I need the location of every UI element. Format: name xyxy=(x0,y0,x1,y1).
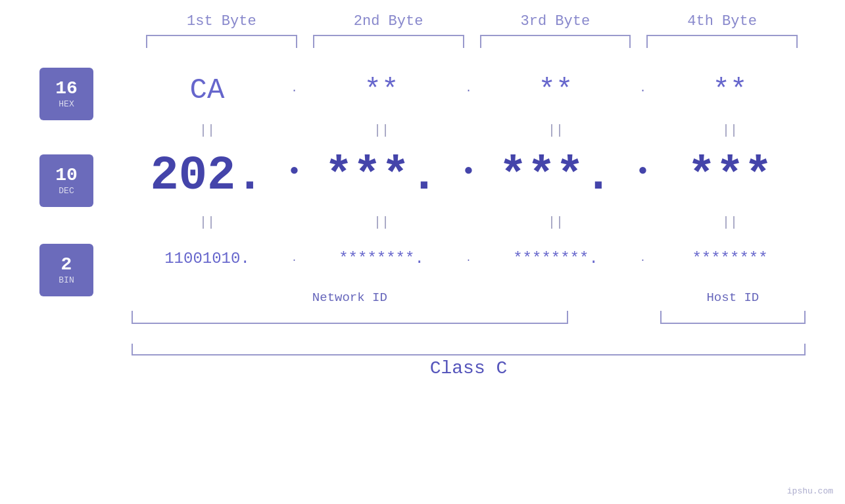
top-bracket-1 xyxy=(146,35,297,48)
bin-value-2: ********. xyxy=(339,250,424,267)
eq2-1: || xyxy=(132,215,283,230)
top-bracket-2 xyxy=(313,35,464,48)
host-bracket-wrap: Host ID xyxy=(660,288,806,324)
byte1-header: 1st Byte xyxy=(138,13,305,30)
hex-dot-3: . xyxy=(631,83,654,97)
bin-value-4: ******** xyxy=(692,250,767,267)
eq2-2: || xyxy=(306,215,457,230)
network-bracket-line xyxy=(132,311,568,324)
bracket-spacer xyxy=(568,288,660,324)
equals-row-1: || || || || xyxy=(132,120,806,140)
hex-value-1: CA xyxy=(190,74,225,106)
bin-dot-3: . xyxy=(631,253,654,263)
bin-dot-2: . xyxy=(457,253,480,263)
bin-cell-3: ********. xyxy=(480,250,631,267)
eq1-3: || xyxy=(480,123,631,138)
hex-cell-4: ** xyxy=(654,74,806,106)
badges-column: 16 HEX 10 DEC 2 BIN xyxy=(39,60,132,296)
host-bracket-line xyxy=(660,311,806,324)
class-label: Class C xyxy=(132,355,806,378)
bin-badge-label: BIN xyxy=(59,275,74,285)
bin-row: 11001010. . ********. . ********. . ****… xyxy=(132,232,806,285)
main-container: 1st Byte 2nd Byte 3rd Byte 4th Byte 16 H… xyxy=(0,0,845,504)
hex-cell-3: ** xyxy=(480,74,631,106)
hex-row: CA . ** . ** . ** xyxy=(132,60,806,120)
eq1-1: || xyxy=(132,123,283,138)
eq1-2: || xyxy=(306,123,457,138)
dec-cell-4: *** xyxy=(654,149,806,203)
bin-cell-2: ********. xyxy=(306,250,457,267)
bin-badge: 2 BIN xyxy=(39,244,93,296)
hex-badge: 16 HEX xyxy=(39,68,93,120)
bin-cell-1: 11001010. xyxy=(132,250,283,267)
host-id-label: Host ID xyxy=(706,290,759,305)
outer-bracket-line xyxy=(132,344,806,355)
dec-badge: 10 DEC xyxy=(39,154,93,207)
bottom-brackets-row: Network ID Host ID xyxy=(132,288,806,324)
hex-badge-number: 16 xyxy=(55,79,78,99)
eq2-4: || xyxy=(654,215,806,230)
bin-value-3: ********. xyxy=(513,250,598,267)
network-bracket-wrap: Network ID xyxy=(132,288,568,324)
bin-cell-4: ******** xyxy=(654,250,806,267)
dec-cell-3: ***. xyxy=(480,149,631,203)
hex-value-3: ** xyxy=(539,74,573,106)
network-id-label: Network ID xyxy=(312,290,387,305)
dec-value-4: *** xyxy=(687,149,773,203)
dec-dot-3: ● xyxy=(631,162,654,191)
byte2-header: 2nd Byte xyxy=(305,13,472,30)
hex-value-2: ** xyxy=(364,74,399,106)
dec-value-1: 202. xyxy=(151,149,264,203)
hex-badge-label: HEX xyxy=(59,99,74,109)
dec-row: 202. ● ***. ● ***. ● *** xyxy=(132,140,806,212)
eq1-4: || xyxy=(654,123,806,138)
dec-badge-label: DEC xyxy=(59,186,74,196)
top-bracket-3 xyxy=(480,35,631,48)
hex-cell-2: ** xyxy=(306,74,457,106)
dec-dot-2: ● xyxy=(457,162,480,191)
bin-value-1: 11001010. xyxy=(164,250,250,267)
bin-dot-1: . xyxy=(283,253,306,263)
bin-badge-number: 2 xyxy=(61,255,72,275)
hex-dot-2: . xyxy=(457,83,480,97)
top-bracket-4 xyxy=(646,35,798,48)
data-area: CA . ** . ** . ** || || xyxy=(132,60,806,378)
byte3-header: 3rd Byte xyxy=(472,13,639,30)
hex-cell-1: CA xyxy=(132,74,283,106)
dec-badge-number: 10 xyxy=(55,166,78,186)
dec-dot-1: ● xyxy=(283,162,306,191)
hex-value-4: ** xyxy=(713,74,748,106)
outer-bracket-wrap xyxy=(132,327,806,355)
dec-cell-2: ***. xyxy=(306,149,457,203)
equals-row-2: || || || || xyxy=(132,212,806,232)
dec-value-2: ***. xyxy=(325,149,439,203)
watermark: ipshu.com xyxy=(787,486,833,496)
hex-dot-1: . xyxy=(283,83,306,97)
byte4-header: 4th Byte xyxy=(639,13,806,30)
dec-value-3: ***. xyxy=(499,149,613,203)
dec-cell-1: 202. xyxy=(132,149,283,203)
eq2-3: || xyxy=(480,215,631,230)
